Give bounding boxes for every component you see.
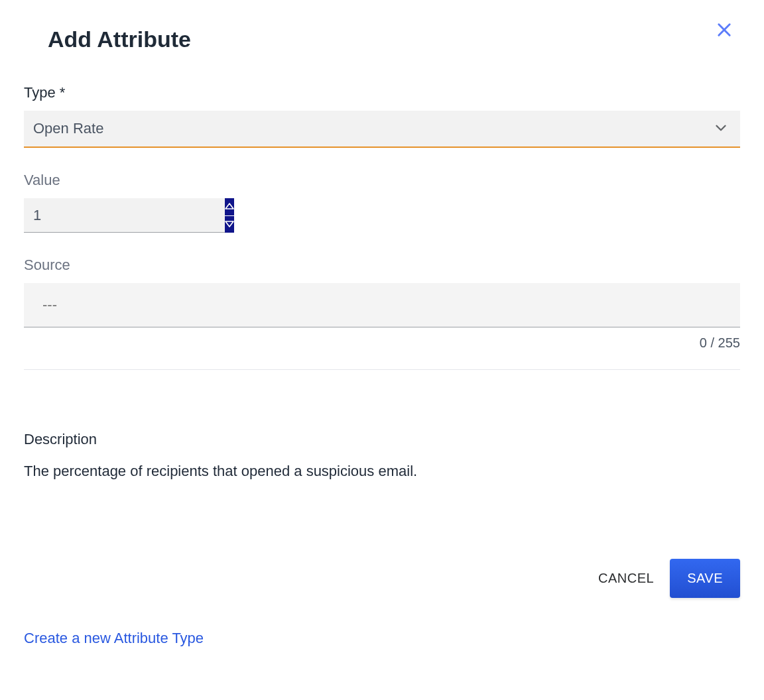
dialog-header: Add Attribute: [24, 27, 740, 52]
description-label: Description: [24, 431, 740, 448]
value-decrement-button[interactable]: [225, 216, 234, 233]
triangle-down-icon: [225, 219, 234, 229]
source-char-count: 0 / 255: [24, 335, 740, 351]
value-label: Value: [24, 172, 740, 189]
close-icon: [715, 21, 733, 41]
cancel-button[interactable]: CANCEL: [596, 563, 657, 594]
source-label: Source: [24, 257, 740, 274]
type-label: Type *: [24, 84, 740, 101]
value-stepper: [24, 198, 231, 233]
value-spinner: [225, 198, 234, 233]
divider: [24, 369, 740, 370]
type-select[interactable]: Open Rate: [24, 111, 740, 148]
source-input[interactable]: [24, 283, 740, 327]
dialog-actions: CANCEL SAVE: [24, 559, 740, 598]
value-increment-button[interactable]: [225, 198, 234, 215]
close-button[interactable]: [712, 19, 736, 42]
value-field-group: Value: [24, 172, 740, 233]
create-attribute-type-link[interactable]: Create a new Attribute Type: [24, 630, 204, 647]
dialog-title: Add Attribute: [48, 27, 191, 52]
add-attribute-dialog: Add Attribute Type * Open Rate Value: [0, 0, 764, 673]
description-text: The percentage of recipients that opened…: [24, 461, 740, 482]
svg-marker-2: [225, 204, 233, 209]
triangle-up-icon: [225, 202, 234, 211]
source-field-group: Source 0 / 255: [24, 257, 740, 351]
value-input[interactable]: [24, 198, 225, 233]
svg-marker-3: [225, 221, 233, 227]
type-select-wrap: Open Rate: [24, 111, 740, 148]
save-button[interactable]: SAVE: [670, 559, 740, 598]
type-field-group: Type * Open Rate: [24, 84, 740, 148]
